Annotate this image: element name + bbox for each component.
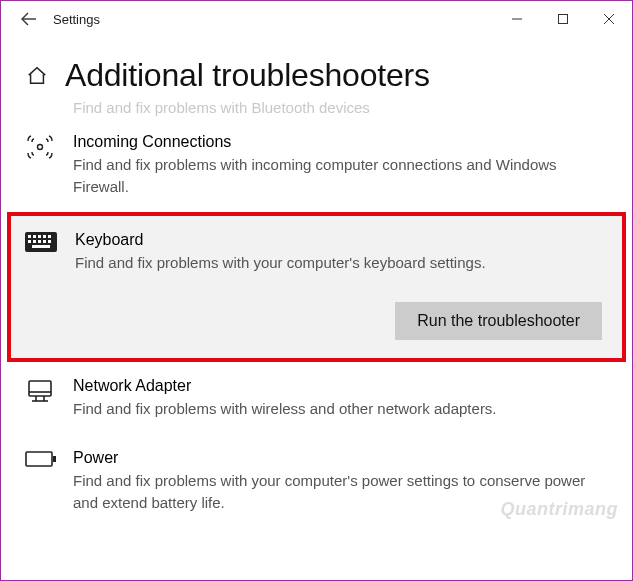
- item-desc: Find and fix problems with your computer…: [73, 470, 610, 514]
- minimize-button[interactable]: [494, 1, 540, 37]
- arrow-left-icon: [20, 10, 38, 28]
- item-title: Incoming Connections: [73, 132, 610, 152]
- titlebar: Settings: [1, 1, 632, 37]
- svg-rect-24: [53, 456, 56, 462]
- svg-rect-15: [43, 240, 46, 243]
- keyboard-item-highlight: Keyboard Find and fix problems with your…: [7, 212, 626, 362]
- svg-rect-10: [43, 235, 46, 238]
- item-desc: Find and fix problems with incoming comp…: [73, 154, 610, 198]
- page-title: Additional troubleshooters: [65, 57, 430, 94]
- run-troubleshooter-button[interactable]: Run the troubleshooter: [395, 302, 602, 340]
- home-icon: [26, 65, 48, 87]
- maximize-button[interactable]: [540, 1, 586, 37]
- page-header: Additional troubleshooters: [1, 37, 632, 98]
- item-title: Power: [73, 448, 610, 468]
- svg-rect-12: [28, 240, 31, 243]
- power-item[interactable]: Power Find and fix problems with your co…: [1, 434, 632, 528]
- svg-rect-23: [26, 452, 52, 466]
- maximize-icon: [557, 13, 569, 25]
- keyboard-item[interactable]: Keyboard Find and fix problems with your…: [11, 216, 622, 358]
- item-desc: Find and fix problems with Bluetooth dev…: [73, 99, 370, 116]
- svg-rect-11: [48, 235, 51, 238]
- network-adapter-icon: [25, 378, 55, 404]
- incoming-connections-item[interactable]: Incoming Connections Find and fix proble…: [1, 118, 632, 212]
- svg-rect-16: [48, 240, 51, 243]
- item-desc: Find and fix problems with your computer…: [75, 252, 608, 274]
- svg-rect-18: [29, 381, 51, 396]
- home-button[interactable]: [23, 65, 51, 87]
- item-title: Keyboard: [75, 230, 608, 250]
- incoming-connections-icon: [25, 134, 55, 160]
- item-desc: Find and fix problems with wireless and …: [73, 398, 610, 420]
- keyboard-icon: [25, 232, 57, 252]
- troubleshooter-list: Incoming Connections Find and fix proble…: [1, 118, 632, 528]
- bluetooth-item-partial[interactable]: Find and fix problems with Bluetooth dev…: [1, 98, 632, 118]
- titlebar-title: Settings: [51, 12, 100, 27]
- svg-point-5: [38, 145, 43, 150]
- svg-rect-9: [38, 235, 41, 238]
- svg-rect-8: [33, 235, 36, 238]
- minimize-icon: [511, 13, 523, 25]
- close-button[interactable]: [586, 1, 632, 37]
- network-adapter-item[interactable]: Network Adapter Find and fix problems wi…: [1, 362, 632, 434]
- svg-rect-17: [32, 245, 50, 248]
- svg-rect-13: [33, 240, 36, 243]
- svg-rect-2: [559, 15, 568, 24]
- svg-rect-7: [28, 235, 31, 238]
- close-icon: [603, 13, 615, 25]
- back-button[interactable]: [7, 10, 51, 28]
- window-caption-buttons: [494, 1, 632, 37]
- item-title: Network Adapter: [73, 376, 610, 396]
- settings-window: Settings: [0, 0, 633, 581]
- battery-icon: [25, 450, 57, 468]
- svg-rect-14: [38, 240, 41, 243]
